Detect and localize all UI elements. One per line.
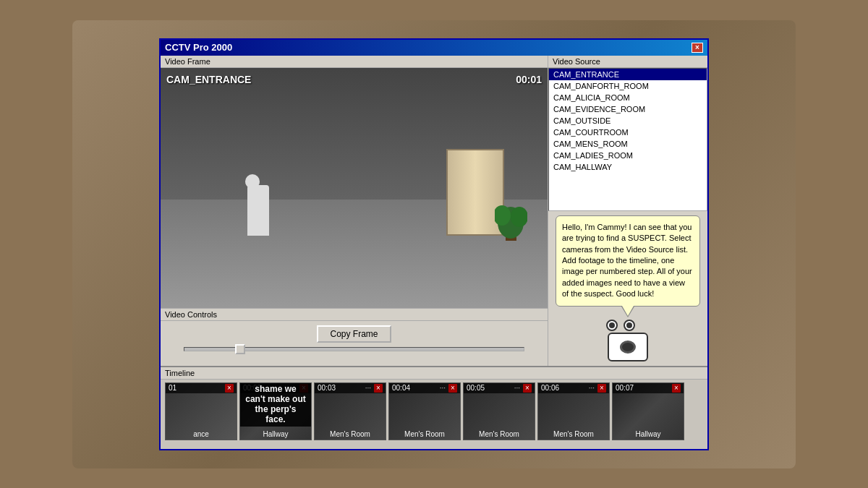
app-body: Video Frame [161, 56, 707, 449]
timeline-item-header: 00:07× [613, 383, 684, 393]
source-item-cam_evidence_room[interactable]: CAM_EVIDENCE_ROOM [549, 103, 707, 115]
robot-eyes [606, 320, 635, 331]
timeline-item-header: 00:03···× [315, 383, 386, 393]
source-item-cam_ladies_room[interactable]: CAM_LADIES_ROOM [549, 150, 707, 161]
timeline-dots-icon[interactable]: ··· [589, 384, 595, 392]
timeline-item-close[interactable]: × [597, 384, 606, 393]
cctv-scene [161, 68, 548, 308]
robot-pupil-right [626, 322, 632, 328]
robot-pupil-left [609, 322, 615, 328]
timeline-item-time: 00:06 [541, 384, 559, 392]
copy-frame-button[interactable]: Copy Frame [317, 325, 391, 343]
controls-section: Video Controls Copy Frame [161, 308, 548, 366]
close-button[interactable]: × [692, 43, 703, 53]
timeline-item-time: 00:03 [318, 384, 336, 392]
timeline-item-label: Men's Room [389, 430, 460, 438]
cammy-speech-text: Hello, I'm Cammy! I can see that you are… [562, 223, 692, 298]
timeline-item[interactable]: 01×ance [165, 382, 237, 440]
timeline-item-header: 00:06···× [538, 383, 609, 393]
timeline-item-label: Hallway [240, 430, 311, 438]
source-item-cam_mens_room[interactable]: CAM_MENS_ROOM [549, 138, 707, 150]
robot-eye-right [624, 320, 635, 331]
timeline-item-label: Hallway [613, 430, 684, 438]
timeline-item-close[interactable]: × [225, 384, 234, 393]
video-controls-header: Video Controls [161, 309, 548, 321]
robot-eye-left [606, 320, 618, 331]
svg-point-3 [511, 207, 527, 227]
timeline-body: 01×ance00:02···×Deirdre: It's a shame we… [161, 380, 707, 447]
robot-lens [620, 341, 636, 354]
timeline-dots-icon[interactable]: ··· [440, 384, 446, 392]
app-title: CCTV Pro 2000 [165, 42, 232, 53]
source-item-cam_hallway[interactable]: CAM_HALLWAY [549, 161, 707, 173]
timeline-item[interactable]: 00:03···×Men's Room [314, 382, 386, 440]
video-source-header: Video Source [548, 56, 707, 68]
timeline-item-label: Men's Room [538, 430, 609, 438]
video-scrubber-track[interactable] [184, 347, 524, 351]
video-timer-overlay: 00:01 [516, 74, 542, 85]
timeline-item-time: 00:04 [392, 384, 410, 392]
camera-source-list: CAM_ENTRANCECAM_DANFORTH_ROOMCAM_ALICIA_… [548, 68, 707, 211]
timeline-dots-icon[interactable]: ··· [365, 384, 371, 392]
left-panel: Video Frame [161, 56, 548, 366]
timeline-item-header: 01× [166, 383, 237, 393]
cam-name-overlay: CAM_ENTRANCE [166, 74, 251, 85]
video-scrubber-thumb[interactable] [235, 344, 245, 354]
timeline-item-time: 00:07 [616, 384, 634, 392]
timeline-item-header: 00:05···× [464, 383, 535, 393]
timeline-caption-overlay: Deirdre: It's a shame we can't make out … [240, 382, 311, 427]
timeline-item[interactable]: 00:02···×Deirdre: It's a shame we can't … [239, 382, 312, 440]
timeline-item-label: ance [166, 430, 237, 438]
source-item-cam_entrance[interactable]: CAM_ENTRANCE [549, 69, 707, 80]
app-window: CCTV Pro 2000 × Video Frame [159, 38, 709, 450]
timeline-item-label: Men's Room [464, 430, 535, 438]
top-section: Video Frame [161, 56, 707, 366]
source-item-cam_courtroom[interactable]: CAM_COURTROOM [549, 127, 707, 138]
cammy-speech-bubble: Hello, I'm Cammy! I can see that you are… [556, 215, 700, 307]
robot-body [608, 333, 648, 361]
timeline-item[interactable]: 00:04···×Men's Room [388, 382, 461, 440]
timeline-item[interactable]: 00:07×Hallway [612, 382, 684, 440]
source-item-cam_danforth_room[interactable]: CAM_DANFORTH_ROOM [549, 80, 707, 92]
timeline-item-close[interactable]: × [523, 384, 532, 393]
timeline-item-time: 00:05 [467, 384, 485, 392]
timeline-item-time: 01 [169, 384, 176, 392]
timeline-item-header: 00:04···× [389, 383, 460, 393]
timeline-header: Timeline [161, 367, 707, 380]
video-frame: CAM_ENTRANCE 00:01 [161, 68, 548, 308]
timeline-item-close[interactable]: × [448, 384, 457, 393]
timeline-item[interactable]: 00:05···×Men's Room [463, 382, 535, 440]
timeline-item-label: Men's Room [315, 430, 386, 438]
timeline-item-close[interactable]: × [374, 384, 383, 393]
source-item-cam_alicia_room[interactable]: CAM_ALICIA_ROOM [549, 92, 707, 103]
cammy-robot-icon [603, 318, 653, 361]
video-frame-header: Video Frame [161, 56, 548, 68]
cctv-figure [247, 185, 269, 236]
cctv-plant-icon [495, 194, 527, 241]
title-bar: CCTV Pro 2000 × [161, 40, 707, 56]
timeline-item[interactable]: 00:06···×Men's Room [537, 382, 610, 440]
timeline-dots-icon[interactable]: ··· [514, 384, 520, 392]
caption-text: It's a shame we can't make out the perp'… [245, 382, 306, 424]
timeline-item-close[interactable]: × [672, 384, 681, 393]
right-panel: Video Source CAM_ENTRANCECAM_DANFORTH_RO… [548, 56, 707, 366]
controls-body: Copy Frame [161, 321, 548, 356]
slider-container [184, 347, 524, 351]
source-item-cam_outside[interactable]: CAM_OUTSIDE [549, 115, 707, 127]
monitor-background: CCTV Pro 2000 × Video Frame [72, 20, 796, 468]
timeline-section: Timeline 01×ance00:02···×Deirdre: It's a… [161, 366, 707, 449]
cammy-section: Hello, I'm Cammy! I can see that you are… [548, 211, 707, 366]
